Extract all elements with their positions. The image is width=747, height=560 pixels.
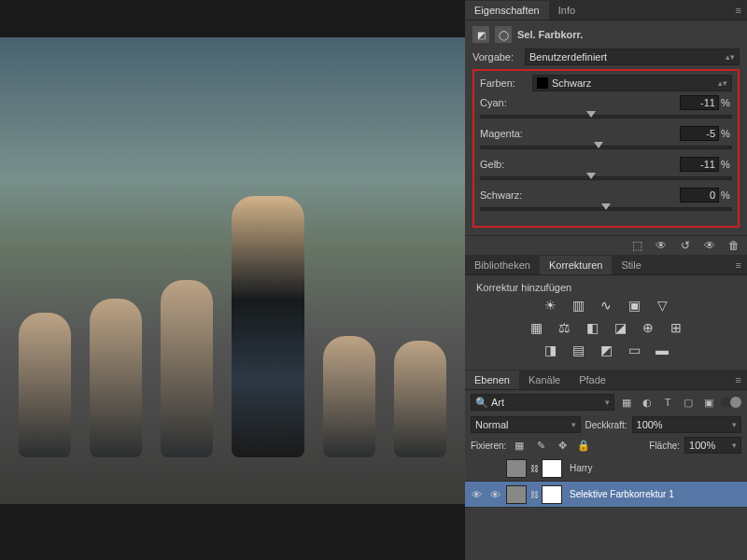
bw-icon[interactable]: ◧ <box>583 319 601 336</box>
panel-menu-icon[interactable]: ≡ <box>730 374 747 385</box>
layer-item[interactable]: ⛓Harry <box>465 455 747 482</box>
hue-sat-icon[interactable]: ▦ <box>527 319 545 336</box>
layer-item[interactable]: 👁👁⛓Selektive Farbkorrektur 1 <box>465 482 747 508</box>
fill-label: Fläche: <box>649 441 680 451</box>
slider-value-input[interactable] <box>680 157 719 172</box>
clip-to-layer-icon[interactable]: ⬚ <box>629 239 644 252</box>
slider-thumb[interactable] <box>601 203 611 210</box>
slider-label: Schwarz: <box>480 189 680 201</box>
slider-track[interactable] <box>480 176 732 180</box>
channel-mixer-icon[interactable]: ⊕ <box>639 319 657 336</box>
lock-pixels-icon[interactable]: ▦ <box>511 438 528 453</box>
filter-shape-icon[interactable]: ▢ <box>680 395 697 410</box>
toggle-visibility-icon[interactable]: 👁 <box>702 239 717 252</box>
lock-image-icon[interactable]: ✎ <box>532 438 549 453</box>
percent-label: % <box>719 159 732 170</box>
tab-ebenen[interactable]: Ebenen <box>465 371 519 389</box>
filter-toggle[interactable] <box>721 398 741 407</box>
filter-pixel-icon[interactable]: ▦ <box>618 395 635 410</box>
layer-name[interactable]: Harry <box>566 463 743 473</box>
fill-input[interactable]: 100%▾ <box>684 437 741 454</box>
filter-type-icon[interactable]: T <box>659 395 676 410</box>
slider-value-input[interactable] <box>680 188 719 203</box>
visibility-toggle-icon[interactable]: 👁 <box>469 489 484 500</box>
layer-list: ⛓Harry👁👁⛓Selektive Farbkorrektur 1 <box>465 455 747 508</box>
layer-thumbnail[interactable] <box>506 459 527 478</box>
slider-value-input[interactable] <box>680 95 719 110</box>
threshold-icon[interactable]: ◩ <box>597 342 615 358</box>
colors-label: Farben: <box>480 77 527 89</box>
gradient-map-icon[interactable]: ▭ <box>625 342 643 358</box>
tab-kanaele[interactable]: Kanäle <box>519 371 570 389</box>
tab-bibliotheken[interactable]: Bibliotheken <box>465 256 540 274</box>
adjustment-title: Sel. Farbkorr. <box>517 29 583 40</box>
photo-filter-icon[interactable]: ◪ <box>611 319 629 336</box>
percent-label: % <box>719 128 732 139</box>
tab-korrekturen[interactable]: Korrekturen <box>540 256 612 274</box>
slider-track[interactable] <box>480 146 732 149</box>
layer-mask-thumbnail[interactable] <box>542 459 562 478</box>
highlighted-region: Farben: Schwarz ▴▾ Cyan:%Magenta:%Gelb:%… <box>472 69 740 228</box>
color-balance-icon[interactable]: ⚖ <box>555 319 573 336</box>
tab-eigenschaften[interactable]: Eigenschaften <box>465 1 549 20</box>
properties-tabbar: Eigenschaften Info ≡ <box>465 0 747 21</box>
adjustment-type-icon: ◩ <box>472 26 489 43</box>
slider-value-input[interactable] <box>680 126 719 141</box>
fx-indicator-icon[interactable]: 👁 <box>487 489 502 500</box>
layers-tabbar: Ebenen Kanäle Pfade ≡ <box>465 370 747 390</box>
preset-label: Vorgabe: <box>472 51 519 63</box>
add-correction-label: Korrektur hinzufügen <box>476 282 736 293</box>
panel-menu-icon[interactable]: ≡ <box>730 5 747 16</box>
levels-icon[interactable]: ▥ <box>569 297 587 314</box>
delete-adjustment-icon[interactable]: 🗑 <box>726 239 741 252</box>
properties-footer: ⬚ 👁 ↺ 👁 🗑 <box>465 235 747 255</box>
selective-color-icon[interactable]: ▬ <box>653 342 671 358</box>
tab-info[interactable]: Info <box>549 1 585 20</box>
view-previous-icon[interactable]: 👁 <box>654 239 669 252</box>
layer-mask-thumbnail[interactable] <box>542 485 562 504</box>
mask-icon: ◯ <box>495 26 512 43</box>
corrections-tabbar: Bibliotheken Korrekturen Stile ≡ <box>465 255 747 275</box>
reset-icon[interactable]: ↺ <box>678 239 693 252</box>
filter-adjust-icon[interactable]: ◐ <box>639 395 655 410</box>
lock-position-icon[interactable]: ✥ <box>554 438 571 453</box>
panel-menu-icon[interactable]: ≡ <box>730 259 747 271</box>
layer-thumbnail[interactable] <box>506 485 527 504</box>
slider-label: Cyan: <box>480 97 680 108</box>
slider-thumb[interactable] <box>594 142 603 148</box>
percent-label: % <box>719 189 732 201</box>
filter-smart-icon[interactable]: ▣ <box>700 395 717 410</box>
opacity-input[interactable]: 100%▾ <box>632 416 742 433</box>
slider-label: Magenta: <box>480 128 680 139</box>
layer-name[interactable]: Selektive Farbkorrektur 1 <box>566 489 743 499</box>
vibrance-icon[interactable]: ▽ <box>653 297 671 314</box>
color-swatch-black <box>537 77 548 89</box>
invert-icon[interactable]: ◨ <box>541 342 559 358</box>
tab-pfade[interactable]: Pfade <box>570 371 615 389</box>
exposure-icon[interactable]: ▣ <box>625 297 643 314</box>
slider-thumb[interactable] <box>586 173 596 179</box>
posterize-icon[interactable]: ▤ <box>569 342 587 358</box>
link-icon[interactable]: ⛓ <box>530 490 538 499</box>
colors-select[interactable]: Schwarz ▴▾ <box>532 75 732 91</box>
slider-track[interactable] <box>480 207 732 211</box>
slider-thumb[interactable] <box>586 111 596 118</box>
color-lookup-icon[interactable]: ⊞ <box>667 319 685 336</box>
tab-stile[interactable]: Stile <box>612 256 650 274</box>
lock-all-icon[interactable]: 🔒 <box>575 438 592 453</box>
slider-track[interactable] <box>480 115 732 119</box>
lock-label: Fixieren: <box>471 441 506 451</box>
document-image[interactable] <box>0 37 465 504</box>
brightness-contrast-icon[interactable]: ☀ <box>541 297 559 314</box>
curves-icon[interactable]: ∿ <box>597 297 615 314</box>
opacity-label: Deckkraft: <box>585 420 627 430</box>
preset-select[interactable]: Benutzerdefiniert▴▾ <box>525 49 740 65</box>
link-icon[interactable]: ⛓ <box>530 464 538 473</box>
layer-filter-select[interactable]: 🔍Art▾ <box>471 394 614 411</box>
slider-label: Gelb: <box>480 159 680 170</box>
blend-mode-select[interactable]: Normal▾ <box>471 416 581 433</box>
canvas-area <box>0 0 465 560</box>
percent-label: % <box>719 97 732 108</box>
